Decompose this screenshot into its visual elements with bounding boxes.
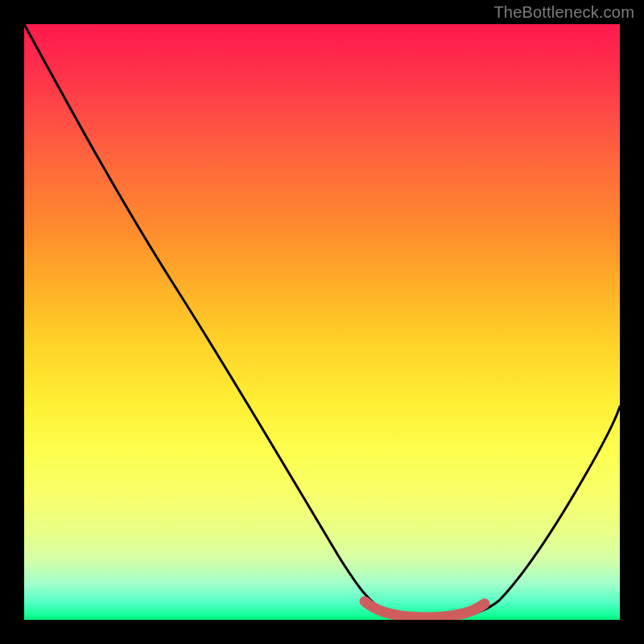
bottleneck-curve — [24, 24, 620, 618]
optimal-segment — [365, 601, 485, 617]
curve-layer — [24, 24, 620, 620]
plot-area — [24, 24, 620, 620]
chart-frame: TheBottleneck.com — [0, 0, 644, 644]
watermark-text: TheBottleneck.com — [493, 3, 634, 22]
